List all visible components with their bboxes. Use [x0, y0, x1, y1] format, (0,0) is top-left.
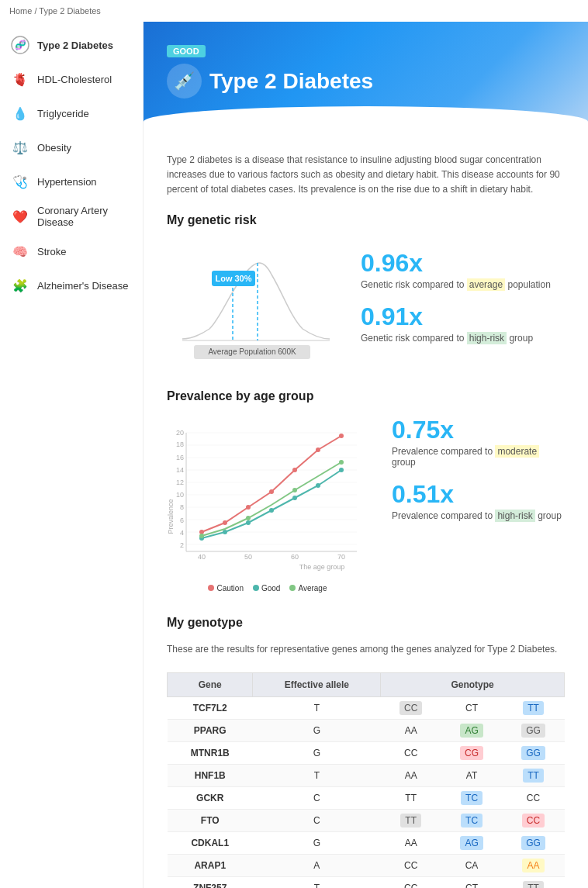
table-row: MTNR1B G CC CG GG — [168, 741, 565, 764]
genotype-1: TT — [381, 809, 441, 831]
table-row: ZNF257 T CC CT TT — [168, 876, 565, 888]
genotype-2: AG — [441, 719, 503, 741]
risk-desc-2: Genetic risk compared to high-risk group — [361, 333, 565, 344]
genotype-3: AA — [503, 854, 565, 876]
svg-text:💧: 💧 — [12, 106, 28, 121]
svg-text:70: 70 — [337, 553, 345, 561]
gene-name: ARAP1 — [168, 854, 253, 876]
genotype-1: CC — [381, 696, 441, 719]
col-genotype-spacer: Genotype — [381, 672, 565, 696]
genotype-1: AA — [381, 764, 441, 786]
svg-text:6: 6 — [180, 517, 184, 524]
sidebar-item-coronaryartery[interactable]: ❤️Coronary Artery Disease — [0, 199, 143, 234]
sidebar-item-hdlcholesterol[interactable]: 🫀HDL-Cholesterol — [0, 62, 143, 96]
genetic-risk-title: My genetic risk — [167, 213, 565, 227]
effective-allele: C — [253, 786, 381, 809]
genotype-1: AA — [381, 719, 441, 741]
sidebar: 🧬Type 2 Diabetes🫀HDL-Cholesterol💧Triglyc… — [0, 22, 144, 888]
svg-point-46 — [246, 505, 251, 510]
svg-text:14: 14 — [176, 466, 184, 474]
table-row: PPARG G AA AG GG — [168, 719, 565, 741]
svg-point-54 — [269, 508, 274, 513]
gene-name: TCF7L2 — [168, 696, 253, 719]
effective-allele: A — [253, 854, 381, 876]
svg-text:Average Population 600K: Average Population 600K — [208, 347, 296, 356]
hero-icon: 💉 — [167, 64, 202, 98]
svg-text:10: 10 — [176, 491, 184, 499]
genotype-1: CC — [381, 854, 441, 876]
sidebar-label-alzheimers: Alzheimer's Disease — [37, 280, 128, 292]
col-gene: Gene — [168, 672, 253, 696]
prevalence-desc-1: Prevalence compared to moderate group — [392, 446, 565, 468]
effective-allele: T — [253, 696, 381, 719]
table-row: TCF7L2 T CC CT TT — [168, 696, 565, 719]
svg-point-57 — [339, 468, 344, 472]
sidebar-item-hypertension[interactable]: 🩺Hypertension — [0, 164, 143, 199]
sidebar-label-hdlcholesterol: HDL-Cholesterol — [37, 74, 112, 85]
risk-value-2: 0.91x — [361, 302, 565, 331]
prevalence-section: Prevalence by age group 20 18 16 14 12 1… — [167, 389, 565, 593]
genotype-table: Gene Effective allele Genotype TCF7L2 T … — [167, 672, 565, 888]
genotype-3: GG — [503, 831, 565, 854]
sidebar-item-alzheimers[interactable]: 🧩Alzheimer's Disease — [0, 268, 143, 302]
sidebar-label-hypertension: Hypertension — [37, 176, 97, 188]
breadcrumb: Home / Type 2 Diabetes — [0, 0, 588, 22]
table-row: CDKAL1 G AA AG GG — [168, 831, 565, 854]
gene-name: ZNF257 — [168, 876, 253, 888]
svg-text:Low 30%: Low 30% — [215, 274, 251, 283]
sidebar-item-obesity[interactable]: ⚖️Obesity — [0, 130, 143, 164]
genotype-2: CT — [441, 696, 503, 719]
genotype-2: CT — [441, 876, 503, 888]
svg-text:4: 4 — [180, 529, 184, 537]
sidebar-label-coronaryartery: Coronary Artery Disease — [37, 205, 133, 228]
svg-text:18: 18 — [176, 441, 184, 448]
genotype-2: AT — [441, 764, 503, 786]
svg-text:⚖️: ⚖️ — [12, 140, 28, 155]
svg-point-47 — [269, 489, 274, 494]
svg-text:16: 16 — [176, 454, 184, 461]
table-row: GCKR C TT TC CC — [168, 786, 565, 809]
svg-text:🧩: 🧩 — [12, 278, 28, 293]
svg-text:12: 12 — [176, 479, 184, 486]
risk-desc-1: Genetic risk compared to average populat… — [361, 279, 565, 290]
effective-allele: T — [253, 764, 381, 786]
effective-allele: G — [253, 831, 381, 854]
gene-name: HNF1B — [168, 764, 253, 786]
genotype-3: CC — [503, 809, 565, 831]
svg-text:40: 40 — [198, 553, 206, 561]
genotype-2: AG — [441, 831, 503, 854]
sidebar-item-triglyceride[interactable]: 💧Triglyceride — [0, 96, 143, 130]
genotype-2: CG — [441, 741, 503, 764]
hero-title: Type 2 Diabetes — [209, 69, 373, 94]
genotype-2: TC — [441, 786, 503, 809]
effective-allele: C — [253, 809, 381, 831]
svg-point-60 — [292, 488, 297, 492]
svg-point-52 — [223, 530, 227, 534]
genotype-3: TT — [503, 764, 565, 786]
hypertension-icon: 🩺 — [9, 171, 31, 192]
svg-point-49 — [316, 447, 320, 452]
genotype-title: My genotype — [167, 616, 565, 630]
svg-text:The age group: The age group — [299, 563, 345, 571]
svg-text:🧠: 🧠 — [12, 244, 28, 259]
gene-name: GCKR — [168, 786, 253, 809]
prevalence-title: Prevalence by age group — [167, 389, 565, 403]
genotype-2: TC — [441, 809, 503, 831]
genotype-3: TT — [503, 696, 565, 719]
gene-name: PPARG — [168, 719, 253, 741]
sidebar-item-stroke[interactable]: 🧠Stroke — [0, 234, 143, 268]
genotype-3: GG — [503, 719, 565, 741]
prevalence-value-1: 0.75x — [392, 416, 565, 444]
sidebar-item-type2diabetes[interactable]: 🧬Type 2 Diabetes — [0, 28, 143, 62]
table-row: FTO C TT TC CC — [168, 809, 565, 831]
effective-allele: G — [253, 741, 381, 764]
risk-values: 0.96x Genetic risk compared to average p… — [361, 249, 565, 356]
svg-text:50: 50 — [244, 553, 252, 561]
svg-point-50 — [339, 434, 344, 438]
svg-point-56 — [316, 483, 320, 488]
sidebar-label-obesity: Obesity — [37, 142, 71, 154]
svg-text:Prevalence: Prevalence — [167, 499, 175, 534]
svg-text:🧬: 🧬 — [15, 39, 26, 50]
col-allele: Effective allele — [253, 672, 381, 696]
effective-allele: T — [253, 876, 381, 888]
